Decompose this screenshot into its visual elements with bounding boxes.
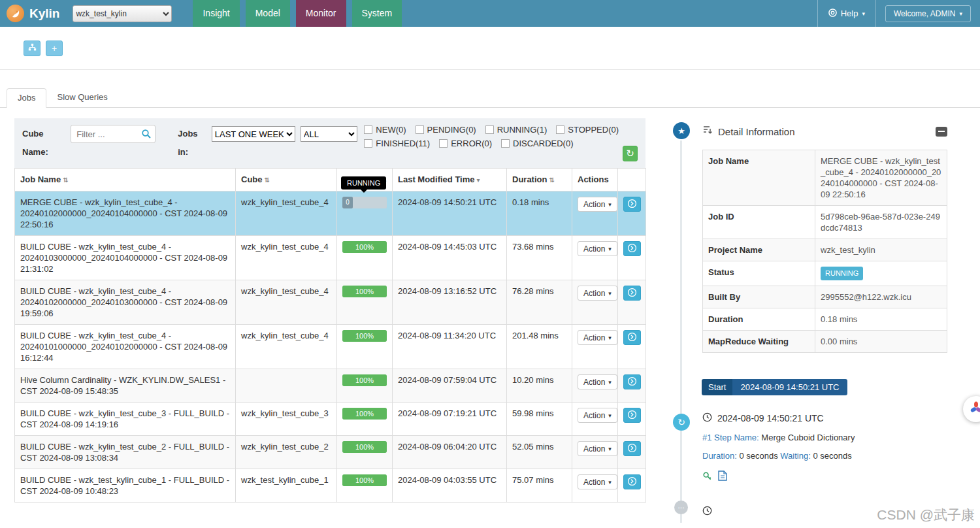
detail-table: Job Name MERGE CUBE - wzk_kylin_test_cub…	[702, 150, 947, 353]
caret-down-icon: ▾	[608, 335, 612, 341]
action-button[interactable]: Action▾	[578, 286, 617, 301]
add-button[interactable]: +	[46, 41, 63, 56]
caret-down-icon: ▾	[608, 290, 612, 297]
duration-cell: 73.68 mins	[507, 236, 572, 280]
detail-label: Status	[703, 261, 815, 286]
checkbox-label: STOPPED(0)	[568, 125, 619, 135]
table-row[interactable]: BUILD CUBE - wzk_kylin_test_cube_4 - 202…	[15, 325, 646, 369]
jobs-in-label: Jobs in:	[178, 125, 206, 161]
progress-fill: 100%	[342, 474, 387, 486]
duration-cell: 0.18 mins	[507, 191, 572, 236]
col-job-name[interactable]: Job Name⇅	[15, 169, 236, 191]
job-detail-button[interactable]	[623, 408, 641, 423]
tab-slow-queries[interactable]: Slow Queries	[46, 88, 118, 107]
job-detail-button[interactable]	[623, 241, 641, 256]
progress-fill: 100%	[342, 286, 387, 297]
table-row[interactable]: BUILD CUBE - wzk_kylin_test_cube_4 - 202…	[15, 236, 646, 280]
page-toolbar: +	[0, 27, 980, 70]
caret-down-icon: ▾	[608, 479, 612, 486]
minimize-panel-button[interactable]	[936, 127, 947, 137]
last-modified-cell: 2024-08-09 11:34:20 UTC	[393, 325, 507, 369]
table-row[interactable]: BUILD CUBE - wzk_test_kylin_cube_1 - FUL…	[15, 469, 646, 503]
job-detail-button[interactable]	[623, 330, 641, 345]
arrow-right-circle-icon	[627, 243, 637, 255]
refresh-button[interactable]: ↻	[623, 146, 638, 161]
action-button[interactable]: Action▾	[578, 441, 617, 456]
action-button[interactable]: Action▾	[578, 408, 617, 423]
progress-fill: 100%	[342, 330, 387, 342]
action-button[interactable]: Action▾	[578, 241, 617, 256]
jobs-filter-bar: Cube Name: Jobs in: LAST ONE WEEK ALL NE…	[14, 118, 645, 168]
checkbox-new[interactable]: NEW(0)	[364, 125, 406, 135]
step-name-link[interactable]: #1 Step Name:	[702, 433, 759, 442]
checkbox-label: NEW(0)	[376, 125, 406, 135]
step-parameters-icon[interactable]	[702, 471, 712, 484]
col-cube[interactable]: Cube⇅	[236, 169, 337, 191]
status-badge: RUNNING	[821, 267, 863, 280]
sort-icon: ⇅	[63, 176, 68, 184]
tab-jobs[interactable]: Jobs	[7, 88, 46, 108]
detail-label: Built By	[703, 286, 815, 308]
sitemap-button[interactable]	[24, 41, 41, 56]
table-row[interactable]: Hive Column Cardinality - WZK_KYLIN.DW_S…	[15, 369, 646, 403]
last-modified-cell: 2024-08-09 13:16:52 UTC	[393, 280, 507, 325]
detail-panel-title: Detail Information	[718, 126, 795, 137]
checkbox-error[interactable]: ERROR(0)	[439, 139, 492, 148]
job-detail-button[interactable]	[623, 474, 641, 489]
step-log-icon[interactable]	[718, 470, 727, 484]
help-menu[interactable]: Help ▾	[818, 0, 875, 27]
action-button[interactable]: Action▾	[578, 197, 617, 212]
col-duration[interactable]: Duration⇅	[507, 169, 572, 191]
detail-value-project-name: wzk_test_kylin	[815, 239, 947, 261]
table-row[interactable]: BUILD CUBE - wzk_kylin_test_cube_2 - FUL…	[15, 436, 646, 469]
cube-cell: wzk_kylin_test_cube_4	[236, 236, 337, 280]
table-row[interactable]: MERGE CUBE - wzk_kylin_test_cube_4 - 202…	[15, 191, 646, 236]
nav-item-model[interactable]: Model	[246, 0, 290, 27]
checkbox-pending[interactable]: PENDING(0)	[416, 125, 476, 135]
job-detail-button[interactable]	[623, 197, 641, 212]
checkbox-finished[interactable]: FINISHED(11)	[364, 139, 430, 148]
nav-item-insight[interactable]: Insight	[193, 0, 239, 27]
checkbox-running[interactable]: RUNNING(1)	[485, 125, 547, 135]
detail-row: Status RUNNING	[703, 261, 947, 286]
job-detail-button[interactable]	[623, 286, 641, 301]
star-button[interactable]: ★	[673, 122, 690, 139]
arrow-right-circle-icon	[627, 332, 637, 344]
job-name-cell: BUILD CUBE - wzk_kylin_test_cube_4 - 202…	[15, 236, 236, 280]
job-name-cell: BUILD CUBE - wzk_kylin_test_cube_4 - 202…	[15, 325, 236, 369]
progress-bar: 100%	[342, 474, 387, 486]
search-icon[interactable]	[141, 129, 152, 142]
table-row[interactable]: BUILD CUBE - wzk_kylin_test_cube_4 - 202…	[15, 280, 646, 325]
duration-cell: 59.98 mins	[507, 403, 572, 436]
cube-cell: wzk_kylin_test_cube_2	[236, 436, 337, 469]
project-select[interactable]: wzk_test_kylin	[73, 5, 172, 22]
col-detail	[618, 169, 646, 191]
job-type-select[interactable]: ALL	[301, 126, 358, 142]
table-row[interactable]: BUILD CUBE - wzk_kylin_test_cube_3 - FUL…	[15, 403, 646, 436]
detail-value-mapreduce-waiting: 0.00 mins	[815, 331, 947, 353]
action-button[interactable]: Action▾	[578, 474, 617, 489]
nav-item-system[interactable]: System	[352, 0, 402, 27]
duration-cell: 201.48 mins	[507, 325, 572, 369]
cube-cell: wzk_test_kylin_cube_1	[236, 469, 337, 503]
action-button[interactable]: Action▾	[578, 374, 617, 389]
user-menu[interactable]: Welcome, ADMIN ▾	[885, 5, 971, 22]
col-last-modified[interactable]: Last Modified Time▾	[393, 169, 507, 191]
checkbox-discarded[interactable]: DISCARDED(0)	[501, 139, 573, 148]
sort-desc-icon: ▾	[477, 176, 480, 184]
nav-item-monitor[interactable]: Monitor	[296, 0, 346, 27]
progress-fill: 100%	[342, 441, 387, 453]
star-icon: ★	[678, 126, 685, 136]
running-spinner-icon[interactable]: ↻	[673, 414, 690, 431]
detail-label: MapReduce Waiting	[703, 331, 815, 353]
checkbox-box	[556, 125, 564, 134]
progress-bar: 100%	[342, 286, 387, 297]
last-modified-cell: 2024-08-09 07:59:04 UTC	[393, 369, 507, 403]
detail-row: Built By 2995552@h122.wzk.icu	[703, 286, 947, 308]
time-range-select[interactable]: LAST ONE WEEK	[212, 126, 295, 142]
job-detail-button[interactable]	[623, 374, 641, 389]
action-button[interactable]: Action▾	[578, 330, 617, 345]
checkbox-stopped[interactable]: STOPPED(0)	[556, 125, 619, 135]
job-detail-button[interactable]	[623, 441, 641, 456]
sort-icon: ⇅	[265, 176, 270, 184]
